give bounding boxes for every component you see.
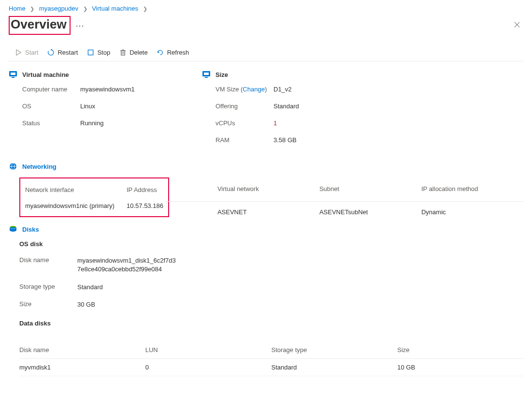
command-bar: Start Restart Stop Delete Refresh [9, 42, 523, 61]
svg-rect-14 [205, 77, 208, 78]
close-icon [514, 21, 520, 28]
close-button[interactable] [511, 18, 523, 33]
dd-name-value: myvmdisk1 [19, 364, 145, 371]
vm-section-header: Virtual machine [9, 70, 183, 79]
vmsize-label: VM Size (Change) [216, 86, 273, 93]
ip-value: 10.57.53.186 [127, 202, 163, 209]
status-label: Status [22, 119, 80, 127]
restart-label: Restart [58, 49, 78, 56]
disk-name-value: myasewindowsvm1_disk1_6c2f7d37e8ce409ca0… [77, 256, 179, 274]
vmsize-label-text: VM Size [216, 86, 239, 93]
dd-lun-header: LUN [145, 346, 272, 354]
chevron-right-icon: ❯ [30, 6, 34, 12]
start-label: Start [25, 49, 38, 56]
refresh-button[interactable]: Refresh [157, 48, 189, 56]
breadcrumb-resource[interactable]: myasegpudev [39, 5, 78, 12]
offering-label: Offering [216, 103, 273, 110]
svg-rect-10 [11, 73, 15, 75]
vm-icon [9, 70, 17, 79]
computer-name-value: myasewindowsvm1 [80, 86, 135, 93]
page-title-highlight: Overview [9, 16, 71, 35]
networking-section-header[interactable]: Networking [9, 162, 523, 171]
datadisk-table-header: Disk name LUN Storage type Size [19, 341, 523, 359]
more-actions-button[interactable]: ⋯ [75, 20, 84, 31]
chevron-right-icon: ❯ [143, 6, 147, 12]
svg-rect-3 [88, 50, 93, 55]
refresh-icon [157, 48, 164, 56]
storage-type-value: Standard [77, 283, 103, 292]
networking-highlight-box: Network interface IP Address myasewindow… [19, 177, 169, 217]
networking-section-title: Networking [22, 163, 57, 170]
subnet-header: Subnet [319, 185, 421, 192]
dd-size-value: 10 GB [397, 364, 523, 371]
vcpus-value: 1 [273, 119, 277, 127]
dd-size-header: Size [397, 346, 523, 354]
os-value: Linux [80, 103, 95, 110]
restart-button[interactable]: Restart [47, 48, 78, 56]
disks-section-header[interactable]: Disks [9, 225, 523, 234]
svg-rect-11 [12, 77, 14, 78]
stop-label: Stop [97, 49, 110, 56]
vnet-header: Virtual network [217, 185, 319, 192]
svg-rect-13 [204, 73, 209, 75]
size-section-title: Size [216, 71, 228, 78]
status-value: Running [80, 119, 103, 127]
alloc-header: IP allocation method [421, 185, 523, 192]
disk-size-value: 30 GB [77, 300, 95, 309]
delete-label: Delete [129, 49, 148, 56]
dd-storage-value: Standard [272, 364, 398, 371]
networking-icon [9, 162, 17, 171]
size-icon [202, 70, 211, 79]
nic-value: myasewindowsvm1nic (primary) [25, 202, 117, 209]
ram-value: 3.58 GB [273, 136, 297, 144]
datadisk-row[interactable]: myvmdisk1 0 Standard 10 GB [19, 359, 523, 376]
breadcrumb-vms[interactable]: Virtual machines [92, 5, 138, 12]
ram-label: RAM [216, 136, 273, 144]
change-size-link[interactable]: Change [243, 86, 265, 93]
dd-name-header: Disk name [19, 346, 145, 354]
chevron-right-icon: ❯ [83, 6, 87, 12]
disks-icon [9, 225, 17, 234]
subnet-value: ASEVNETsubNet [319, 208, 421, 216]
dd-lun-value: 0 [145, 364, 272, 371]
vm-section-title: Virtual machine [22, 71, 69, 78]
vmsize-value: D1_v2 [273, 86, 292, 93]
restart-icon [47, 48, 55, 56]
os-disk-heading: OS disk [19, 240, 523, 248]
vcpus-label: vCPUs [216, 119, 273, 127]
delete-button[interactable]: Delete [119, 48, 148, 56]
offering-value: Standard [273, 103, 299, 110]
delete-icon [119, 48, 127, 56]
svg-marker-2 [16, 50, 20, 55]
alloc-value: Dynamic [421, 208, 523, 216]
vnet-value: ASEVNET [217, 208, 319, 216]
computer-name-label: Computer name [22, 86, 80, 93]
ip-header: IP Address [127, 186, 157, 193]
storage-type-label: Storage type [19, 283, 77, 292]
disks-section-title: Disks [22, 226, 39, 233]
svg-rect-4 [121, 50, 125, 55]
page-title: Overview [11, 17, 67, 32]
data-disks-heading: Data disks [19, 320, 523, 327]
stop-icon [86, 48, 94, 56]
refresh-label: Refresh [167, 49, 189, 56]
dd-storage-header: Storage type [272, 346, 398, 354]
nic-header: Network interface [25, 186, 117, 193]
breadcrumb-home[interactable]: Home [9, 5, 26, 12]
stop-button[interactable]: Stop [86, 48, 110, 56]
start-button: Start [14, 48, 38, 56]
play-icon [14, 48, 22, 56]
disk-size-label: Size [19, 300, 77, 309]
os-label: OS [22, 103, 80, 110]
breadcrumb: Home ❯ myasegpudev ❯ Virtual machines ❯ [9, 2, 523, 16]
size-section-header: Size [202, 70, 523, 79]
disk-name-label: Disk name [19, 256, 77, 274]
